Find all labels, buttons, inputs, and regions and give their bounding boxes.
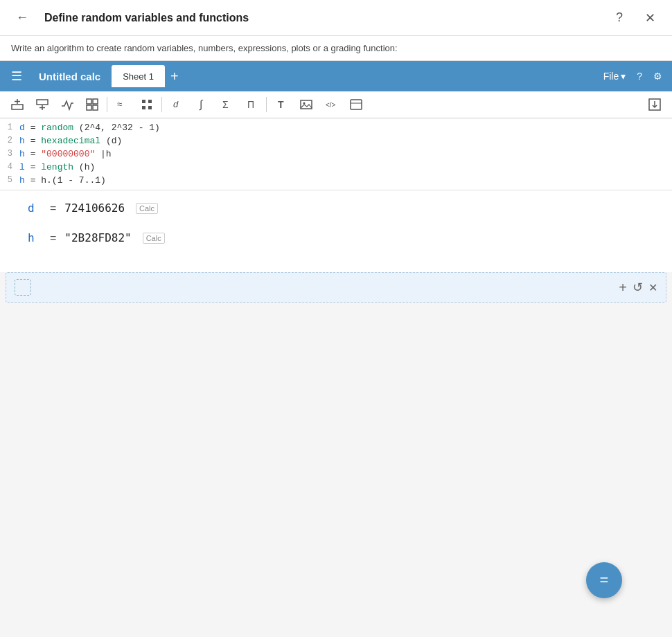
subtitle: Write an algorithm to create random vari… bbox=[0, 36, 672, 61]
var-l: l bbox=[19, 162, 25, 172]
svg-text:d: d bbox=[173, 99, 179, 109]
result-row-d: d = 724106626 Calc bbox=[28, 201, 644, 215]
result-val-d: 724106626 bbox=[64, 201, 125, 215]
code-line-5: 5 h = h.(1 - 7..1) bbox=[0, 174, 672, 187]
matrix-icon bbox=[140, 98, 154, 111]
close-button[interactable]: ✕ bbox=[639, 7, 661, 29]
svg-rect-20 bbox=[301, 100, 312, 109]
func-length: length bbox=[41, 162, 73, 172]
empty-block-placeholder bbox=[15, 279, 31, 296]
product-icon: Π bbox=[245, 98, 258, 111]
help-icon: ? bbox=[637, 71, 642, 82]
svg-rect-0 bbox=[12, 105, 23, 109]
html-icon: </> bbox=[324, 98, 338, 111]
result-var-d: d bbox=[28, 201, 42, 215]
str-zeros: "00000000" bbox=[41, 149, 95, 159]
code-line-2: 2 h = hexadecimal (d) bbox=[0, 134, 672, 147]
integral-icon: ∫ bbox=[195, 98, 209, 111]
empty-block-row: + ↺ ✕ bbox=[6, 272, 666, 303]
tab-bar: ☰ Untitled calc Sheet 1 + File ▾ ? ⚙ bbox=[0, 61, 672, 91]
gear-icon: ⚙ bbox=[653, 71, 662, 82]
file-menu-button[interactable]: File ▾ bbox=[599, 68, 630, 84]
svg-rect-9 bbox=[93, 105, 98, 110]
sqrt-button[interactable] bbox=[55, 94, 79, 115]
derivative-icon: d bbox=[170, 98, 184, 111]
svg-rect-14 bbox=[148, 106, 152, 109]
approx-button[interactable]: ≈ bbox=[110, 94, 134, 115]
app-title: Untitled calc bbox=[30, 71, 109, 82]
code-line-1: 1 d = random (2^4, 2^32 - 1) bbox=[0, 121, 672, 134]
add-sheet-button[interactable]: + bbox=[165, 69, 184, 83]
delete-block-button[interactable]: ✕ bbox=[648, 281, 657, 294]
integral-button[interactable]: ∫ bbox=[190, 94, 213, 115]
svg-text:T: T bbox=[278, 99, 284, 110]
var-h-2: h bbox=[19, 136, 25, 146]
svg-rect-23 bbox=[351, 100, 362, 109]
svg-rect-3 bbox=[37, 100, 48, 105]
top-bar: ← Define random variables and functions … bbox=[0, 0, 672, 36]
func-hexadecimal: hexadecimal bbox=[41, 136, 100, 146]
svg-text:Π: Π bbox=[247, 99, 254, 110]
svg-rect-11 bbox=[142, 100, 145, 103]
main-content: 1 d = random (2^4, 2^32 - 1) 2 h = hexad… bbox=[0, 118, 672, 627]
help-icon-button[interactable]: ? bbox=[633, 68, 646, 84]
results-area: d = 724106626 Calc h = "2B28FD82" Calc bbox=[0, 190, 672, 272]
html-button[interactable]: </> bbox=[319, 94, 343, 115]
settings-button[interactable]: ⚙ bbox=[649, 68, 666, 84]
result-tag-h: Calc bbox=[143, 233, 165, 244]
svg-text:</>: </> bbox=[326, 101, 336, 109]
svg-text:≈: ≈ bbox=[117, 99, 122, 109]
top-bar-right: ? ✕ bbox=[608, 7, 661, 29]
sqrt-icon bbox=[60, 98, 74, 111]
export-button[interactable] bbox=[643, 94, 666, 115]
derivative-button[interactable]: d bbox=[165, 94, 188, 115]
chevron-down-icon: ▾ bbox=[621, 71, 626, 82]
toolbar-divider-3 bbox=[266, 97, 267, 112]
toolbar-divider-1 bbox=[107, 97, 107, 112]
svg-rect-7 bbox=[93, 99, 98, 104]
fraction-icon bbox=[85, 98, 99, 111]
var-h-3: h bbox=[19, 149, 25, 159]
svg-text:Σ: Σ bbox=[222, 99, 229, 110]
approx-icon: ≈ bbox=[115, 98, 129, 111]
refresh-block-button[interactable]: ↺ bbox=[633, 280, 643, 295]
result-eq-h: = bbox=[50, 232, 56, 244]
result-eq-d: = bbox=[50, 202, 56, 215]
add-block-button[interactable]: + bbox=[619, 280, 627, 296]
result-val-h: "2B28FD82" bbox=[64, 231, 131, 244]
add-row-above-button[interactable] bbox=[6, 94, 29, 115]
sheet-tab[interactable]: Sheet 1 bbox=[112, 65, 165, 87]
export-icon bbox=[648, 98, 662, 111]
help-button[interactable]: ? bbox=[608, 7, 630, 29]
image-button[interactable] bbox=[294, 94, 318, 115]
text-button[interactable]: T bbox=[269, 94, 293, 115]
product-button[interactable]: Π bbox=[240, 94, 263, 115]
code-line-3: 3 h = "00000000" |h bbox=[0, 147, 672, 161]
add-row-above-icon bbox=[10, 98, 24, 111]
code-editor[interactable]: 1 d = random (2^4, 2^32 - 1) 2 h = hexad… bbox=[0, 118, 672, 190]
code-block-button[interactable] bbox=[344, 94, 368, 115]
add-row-below-button[interactable] bbox=[30, 94, 54, 115]
code-block-icon bbox=[349, 98, 363, 111]
result-tag-d: Calc bbox=[136, 203, 158, 214]
var-d: d bbox=[19, 123, 25, 133]
fab-button[interactable]: = bbox=[586, 562, 622, 598]
fraction-button[interactable] bbox=[80, 94, 104, 115]
result-row-h: h = "2B28FD82" Calc bbox=[28, 231, 644, 244]
top-bar-left: ← Define random variables and functions bbox=[11, 7, 249, 29]
sum-icon: Σ bbox=[220, 98, 233, 111]
hamburger-menu[interactable]: ☰ bbox=[6, 66, 28, 87]
code-line-4: 4 l = length (h) bbox=[0, 161, 672, 174]
svg-rect-12 bbox=[148, 100, 152, 103]
result-var-h: h bbox=[28, 231, 42, 244]
text-icon: T bbox=[274, 98, 288, 111]
toolbar-divider-2 bbox=[161, 97, 162, 112]
back-button[interactable]: ← bbox=[11, 7, 33, 29]
svg-text:∫: ∫ bbox=[199, 98, 204, 111]
matrix-button[interactable] bbox=[135, 94, 159, 115]
var-h-5: h bbox=[19, 175, 25, 186]
svg-rect-8 bbox=[87, 105, 91, 110]
image-icon bbox=[299, 98, 313, 111]
sum-button[interactable]: Σ bbox=[215, 94, 238, 115]
file-label: File bbox=[603, 71, 619, 82]
